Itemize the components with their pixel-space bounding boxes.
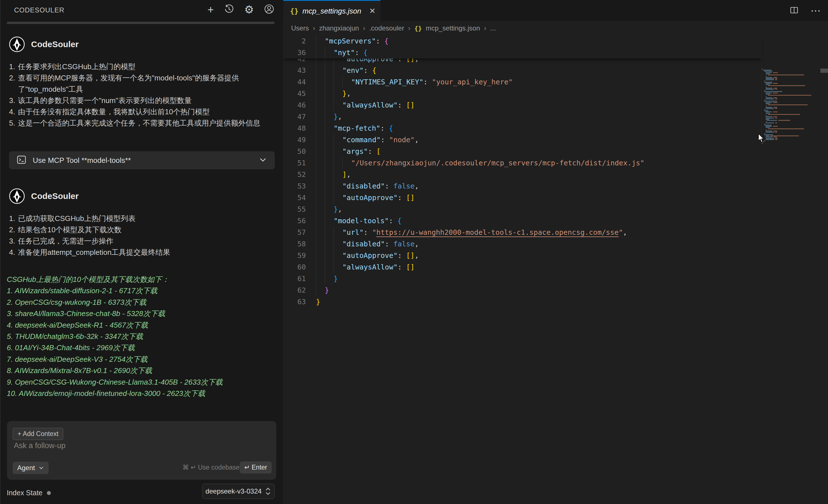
breadcrumb-item[interactable]: mcp_settings.json [426,24,480,32]
list-item-number: 3. [9,235,15,247]
code-text: "nyt": { [316,47,368,58]
indent-guide [333,180,342,192]
settings-gear-icon[interactable]: ⚙ [244,4,254,15]
breadcrumb-item[interactable]: Users [291,24,309,32]
use-codebase-hint[interactable]: ⌘ ↵ Use codebase [182,464,240,471]
list-item-number: 2. [9,224,15,235]
minimap[interactable] [762,68,820,144]
history-icon[interactable] [224,4,234,15]
model-selector[interactable]: deepseek-v3-0324 [202,484,275,499]
mcp-tool-row[interactable]: Use MCP Tool **model-tools** [9,151,275,169]
minimap-row [765,84,820,85]
chat-composer[interactable]: + Add Context Ask a follow-up Agent ⌘ ↵ … [7,421,276,480]
minimap-segment [765,121,767,122]
tab-bar: {} mcp_settings.json ✕ ⋯ [283,0,828,21]
minimap-segment [765,116,772,117]
minimap-row [765,94,820,95]
minimap-segment [764,109,765,110]
chevron-down-icon[interactable] [258,155,267,165]
indent-guide [316,180,325,192]
minimap-segment [765,77,772,78]
tab-mcp-settings[interactable]: {} mcp_settings.json ✕ [283,0,380,21]
minimap-row [767,128,820,129]
minimap-row [765,116,820,117]
minimap-row [765,87,820,88]
panel-divider [7,22,275,24]
minimap-segment [765,78,774,79]
mcp-tool-label: Use MCP Tool **model-tools** [33,156,258,165]
indent-guide [316,261,325,273]
code-token: " [372,228,376,236]
indent-guide [333,227,342,238]
indent-guide [316,227,325,238]
code-line: 48"mcp-fetch": { [283,123,760,134]
line-number: 47 [283,111,316,123]
line-number: 58 [283,238,316,250]
code-text: "autoApprove": [] [316,192,415,203]
minimap-row [765,74,820,74]
code-token: "command" [342,136,380,144]
minimap-segment [765,76,767,77]
code-token: "your_api_key_here" [432,78,512,86]
mouse-cursor [758,134,765,143]
minimap-segment [775,98,777,99]
add-context-button[interactable]: + Add Context [13,428,63,440]
code-token: "model-tools" [333,217,389,225]
minimap-segment [765,89,774,90]
line-number: 52 [283,169,316,180]
code-token: : [398,194,406,202]
url-link[interactable]: https://u-wanghh2000-model-tools-c1.spac… [376,228,619,236]
breadcrumb: Users›zhangxiaojun›.codesouler›{}mcp_set… [291,21,496,35]
code-text: "/Users/zhangxiaojun/.codesouler/mcp_ser… [316,157,645,169]
new-chat-icon[interactable]: + [208,4,214,15]
list-item-number: 1. [9,213,15,224]
minimap-segment [768,128,804,129]
line-number: 57 [283,227,316,238]
code-token: false [394,182,415,190]
indent-guide [325,88,333,99]
minimap-segment [764,125,772,126]
minimap-row [763,70,820,71]
indent-guide [325,215,333,227]
breadcrumb-item[interactable]: zhangxiaojun [319,24,359,32]
minimap-segment [774,107,777,108]
code-token: { [384,37,388,45]
minimap-segment [764,101,777,102]
minimap-segment [765,115,767,116]
minimap-row [765,115,820,116]
list-item-text: 已成功获取CSGHub上热门模型列表 [18,213,135,224]
breadcrumb-item[interactable]: ... [490,24,496,32]
breadcrumb-item[interactable]: .codesouler [369,24,404,32]
indent-guide [316,134,325,146]
minimap-row [765,93,820,93]
vscode-window: CODESOULER + ⚙ [0,0,828,504]
scrollbar-thumb[interactable] [820,68,828,73]
close-icon[interactable]: ✕ [369,6,376,15]
code-token: , [346,89,351,98]
minimap-segment [764,124,765,125]
indent-guide [333,261,342,273]
minimap-segment [765,103,770,104]
line-number: 48 [283,123,316,134]
more-actions-icon[interactable]: ⋯ [811,5,821,17]
enter-button[interactable]: ↵ Enter [240,461,272,473]
account-icon[interactable] [264,4,274,15]
code-token: : [398,263,406,271]
minimap-segment [765,132,774,133]
list-item-text: 该工具的参数只需要一个"num"表示要列出的模型数量 [18,95,192,106]
code-token: : [398,101,406,109]
minimap-row [765,78,820,79]
code-token: : [364,228,372,236]
mode-selector[interactable]: Agent [13,462,49,474]
followup-input[interactable]: Ask a follow-up [14,441,66,450]
index-state-label: Index State [7,489,42,497]
minimap-row [764,91,820,92]
code-token: "autoApprove" [342,251,398,260]
mode-label: Agent [17,464,35,472]
return-icon: ↵ [244,464,250,471]
minimap-segment [773,102,778,103]
indent-guide [325,227,333,238]
minimap-segment [765,108,774,109]
code-area[interactable]: 42"autoApprove": [],43"env": {44"NYTIMES… [283,35,828,504]
split-editor-icon[interactable] [790,6,799,16]
